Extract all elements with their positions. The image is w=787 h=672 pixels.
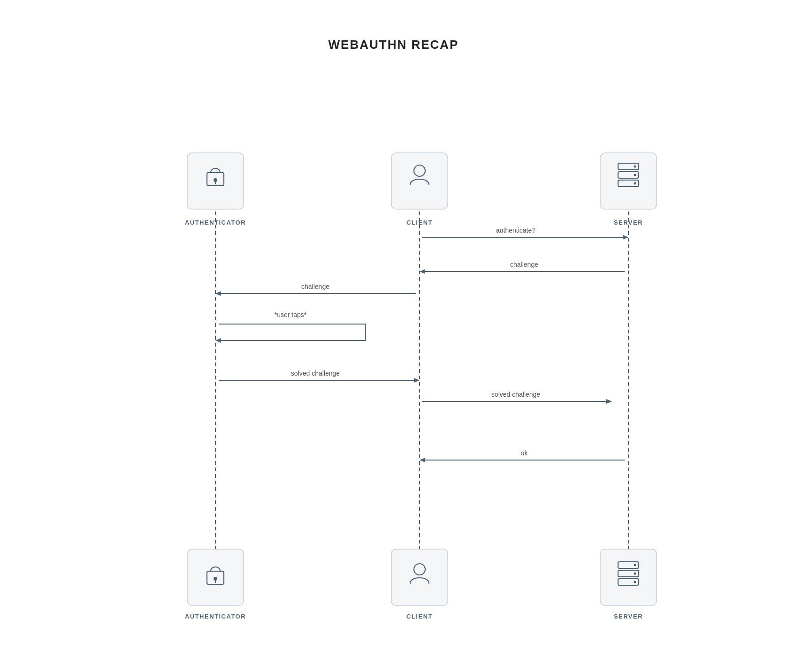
- svg-point-12: [634, 182, 636, 185]
- svg-marker-34: [606, 399, 612, 404]
- svg-text:SERVER: SERVER: [613, 613, 642, 620]
- svg-marker-31: [414, 378, 420, 383]
- svg-rect-6: [600, 153, 657, 209]
- svg-marker-37: [420, 458, 425, 462]
- svg-marker-29: [215, 338, 221, 343]
- svg-point-51: [634, 581, 636, 583]
- svg-point-41: [214, 577, 217, 581]
- svg-point-50: [634, 573, 636, 575]
- svg-point-2: [214, 178, 217, 182]
- svg-text:ok: ok: [520, 449, 528, 457]
- svg-text:challenge: challenge: [510, 261, 538, 268]
- svg-marker-20: [623, 235, 628, 240]
- diagram-svg: AUTHENTICATOR CLIENT SERVER authenticate…: [112, 80, 675, 634]
- svg-rect-4: [391, 153, 448, 209]
- svg-text:*user taps*: *user taps*: [274, 311, 306, 318]
- svg-point-10: [634, 166, 636, 168]
- svg-text:challenge: challenge: [301, 283, 329, 290]
- svg-point-11: [634, 174, 636, 176]
- page-title: WEBAUTHN RECAP: [329, 38, 459, 52]
- svg-marker-26: [215, 291, 221, 296]
- svg-text:CLIENT: CLIENT: [406, 613, 433, 620]
- diagram-container: AUTHENTICATOR CLIENT SERVER authenticate…: [112, 80, 675, 634]
- svg-text:AUTHENTICATOR: AUTHENTICATOR: [184, 613, 245, 620]
- svg-text:authenticate?: authenticate?: [496, 227, 535, 234]
- svg-text:solved challenge: solved challenge: [491, 391, 540, 398]
- svg-text:solved challenge: solved challenge: [290, 370, 340, 377]
- svg-point-49: [634, 564, 636, 566]
- svg-marker-23: [420, 269, 425, 274]
